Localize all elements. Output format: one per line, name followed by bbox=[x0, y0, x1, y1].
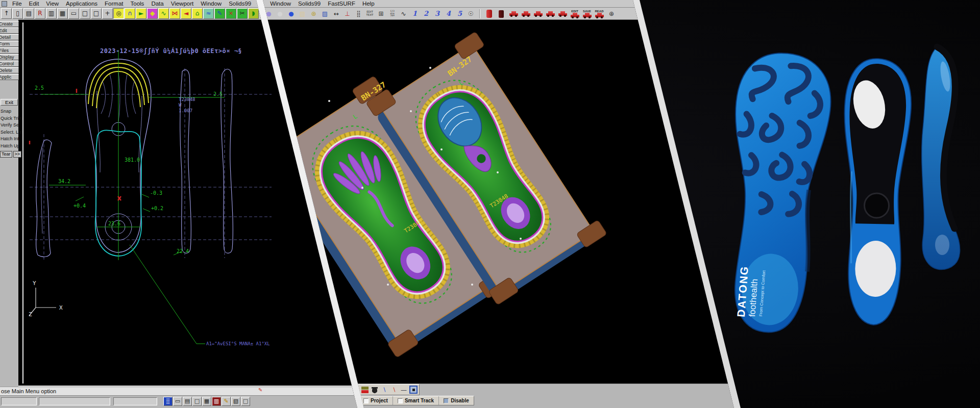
reference-icon[interactable]: R bbox=[35, 8, 45, 19]
menu-item[interactable]: Window bbox=[197, 1, 225, 7]
edit-text-icon[interactable]: EDIT TEXT bbox=[364, 9, 375, 19]
menu-item[interactable]: Solids99 bbox=[225, 1, 255, 7]
material-icon[interactable]: ▧ bbox=[297, 9, 308, 19]
spline-points-icon[interactable]: ∿ bbox=[398, 9, 409, 19]
sidebar-item[interactable]: Snap bbox=[1, 108, 23, 115]
view-1-button[interactable]: 1 bbox=[409, 9, 420, 19]
target-icon[interactable]: ⊕ bbox=[605, 8, 618, 19]
save-disk-icon[interactable]: ▦ bbox=[202, 397, 211, 406]
menu-item[interactable]: Viewport bbox=[167, 1, 198, 7]
drawing-canvas[interactable]: 2023-12-15®ʃʃñÝ û¼Á1ʃú¼þ0 ôEEτ>ô¤ ¬§ T23… bbox=[20, 19, 286, 387]
sidebar-button[interactable]: Detail bbox=[0, 34, 19, 40]
view-4-button[interactable]: 4 bbox=[443, 9, 454, 19]
marquee-icon[interactable]: □ bbox=[192, 397, 202, 406]
sidebar-button[interactable]: Control bbox=[0, 61, 19, 67]
print-icon[interactable]: ▭ bbox=[68, 8, 79, 19]
eraser-icon[interactable]: ▧ bbox=[231, 397, 240, 406]
fit-view-icon[interactable]: + bbox=[102, 8, 113, 19]
input-field-1[interactable] bbox=[1, 397, 37, 405]
circle-tool-icon[interactable]: ◎ bbox=[113, 8, 124, 19]
measure-icon[interactable]: ↔ bbox=[331, 9, 341, 19]
open-file-icon[interactable]: ▤ bbox=[23, 8, 34, 19]
window-select-icon[interactable]: □ bbox=[80, 8, 90, 19]
save-icon[interactable]: ▦ bbox=[57, 8, 68, 19]
screen-icon[interactable]: ▥ bbox=[46, 8, 57, 19]
view-2-button[interactable]: 2 bbox=[421, 9, 431, 19]
trim-tool-icon[interactable]: × bbox=[226, 8, 236, 19]
window-icon[interactable] bbox=[2, 1, 7, 7]
car-1-icon[interactable] bbox=[507, 8, 520, 19]
car-3-icon[interactable] bbox=[532, 8, 544, 19]
print-icon[interactable]: ▭ bbox=[173, 397, 182, 406]
list-check-icon[interactable]: ▥ bbox=[212, 397, 221, 406]
red-drum-icon[interactable] bbox=[483, 8, 495, 19]
container-icon[interactable] bbox=[495, 8, 507, 19]
surface-tool-icon[interactable]: ⌂ bbox=[192, 8, 203, 19]
checkbox-icon[interactable] bbox=[398, 398, 403, 403]
diamond-tool-icon[interactable]: ◆ bbox=[147, 8, 158, 19]
sidebar-item[interactable]: Quick Trim bbox=[1, 115, 23, 122]
bottom-checkbox[interactable]: Smart Track bbox=[393, 396, 439, 405]
menu-item[interactable]: Format bbox=[101, 1, 127, 7]
menu-item[interactable]: Help bbox=[359, 1, 378, 7]
curve-tool-icon[interactable]: ∿ bbox=[158, 8, 169, 19]
menu-item[interactable]: Tools bbox=[127, 1, 148, 7]
checkbox-icon[interactable] bbox=[444, 398, 449, 403]
detective-icon[interactable] bbox=[371, 386, 379, 394]
sidebar-item[interactable]: Select. List bbox=[1, 129, 23, 136]
window-zoom-icon[interactable]: □ bbox=[91, 8, 102, 19]
globe-icon[interactable]: ☉ bbox=[465, 9, 476, 19]
blend-tool-icon[interactable]: ◗ bbox=[248, 8, 259, 19]
hatch-icon[interactable]: ▨ bbox=[320, 9, 330, 19]
stretch-tool-icon[interactable]: ⋈ bbox=[169, 8, 180, 19]
up-icon[interactable]: ↑ bbox=[1, 8, 12, 19]
bottom-checkbox[interactable]: Project bbox=[359, 396, 393, 405]
menu-item[interactable]: Applications bbox=[62, 1, 101, 7]
dash-tool-icon[interactable]: — bbox=[400, 386, 408, 394]
zoom-box-icon[interactable]: □ bbox=[241, 397, 250, 406]
sidebar-item[interactable]: Hatch Up. bbox=[1, 143, 23, 150]
sketch-tool-icon[interactable]: ✎ bbox=[214, 8, 225, 19]
exit-button[interactable]: Exit bbox=[1, 99, 18, 106]
cut-tool-icon[interactable]: ✂ bbox=[237, 8, 248, 19]
save-nc-icon[interactable]: SAVE bbox=[581, 8, 593, 19]
wire-sphere-icon[interactable]: ● bbox=[275, 9, 285, 19]
menu-item[interactable]: Data bbox=[148, 1, 167, 7]
new-file-icon[interactable]: ▯ bbox=[12, 8, 23, 19]
pencil-icon[interactable]: ✎ bbox=[222, 397, 231, 406]
checkbox-icon[interactable] bbox=[363, 398, 369, 403]
menu-item[interactable]: Edit bbox=[26, 1, 43, 7]
input-field-3[interactable] bbox=[113, 397, 157, 405]
sidebar-button[interactable]: Files bbox=[0, 47, 19, 54]
grid-cells-icon[interactable]: ⊞ bbox=[376, 9, 386, 19]
point-line-tool-icon[interactable]: ∖ bbox=[390, 386, 398, 394]
sidebar-button[interactable]: Edit bbox=[0, 28, 19, 34]
view-3-button[interactable]: 3 bbox=[432, 9, 443, 19]
arc-tool-icon[interactable]: ∩ bbox=[125, 8, 135, 19]
menu-item[interactable]: FastSURF bbox=[324, 1, 359, 7]
sidebar-button[interactable]: Applic bbox=[0, 74, 19, 80]
line-tool-icon[interactable]: ∖ bbox=[380, 386, 388, 394]
sidebar-button[interactable]: Create bbox=[0, 21, 19, 27]
open-folder-icon[interactable]: ▤ bbox=[183, 397, 192, 406]
bottom-checkbox[interactable]: Disable bbox=[439, 396, 474, 405]
car-4-icon[interactable] bbox=[544, 8, 556, 19]
drag-tool-icon[interactable]: ◄ bbox=[181, 8, 191, 19]
car-turn-icon[interactable] bbox=[556, 8, 569, 19]
sidebar-button[interactable]: Display bbox=[0, 54, 19, 60]
snap-target-icon[interactable] bbox=[409, 386, 418, 394]
menu-item[interactable]: View bbox=[42, 1, 62, 7]
read-nc-icon[interactable]: READ bbox=[593, 8, 605, 19]
menu-item[interactable]: Window bbox=[266, 1, 295, 7]
sidebar-button[interactable]: Delete bbox=[0, 67, 19, 73]
view-5-button[interactable]: 5 bbox=[454, 9, 465, 19]
wave-tool-icon[interactable]: ≈ bbox=[203, 8, 214, 19]
tear-button[interactable]: Tear bbox=[0, 151, 12, 158]
solid-sphere-icon[interactable]: ● bbox=[286, 9, 297, 19]
sidebar-item[interactable]: Verify Sel bbox=[1, 122, 23, 129]
edit-nc-icon[interactable]: EDIT bbox=[569, 8, 581, 19]
sidebar-item[interactable]: Hatch Int bbox=[1, 136, 23, 143]
color-swatch-icon[interactable] bbox=[361, 386, 369, 394]
menu-item[interactable]: File bbox=[9, 1, 26, 7]
car-2-icon[interactable] bbox=[520, 8, 532, 19]
